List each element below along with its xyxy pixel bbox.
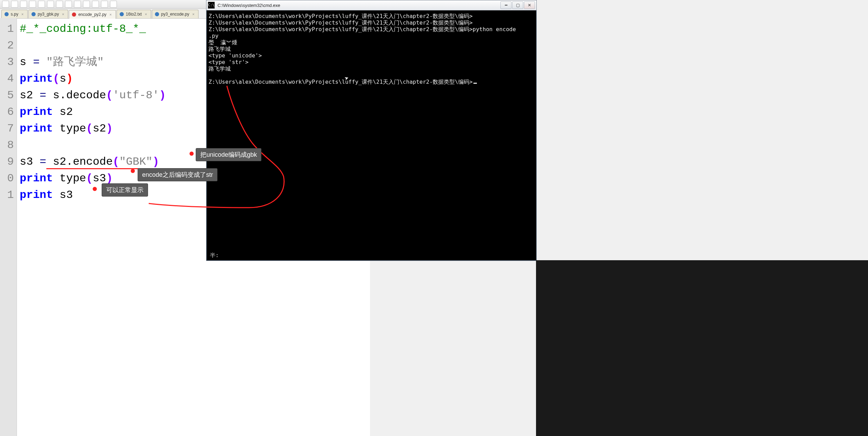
file-icon	[31, 12, 36, 16]
cmd-line: Z:\Users\alex\Documents\work\PyProjects\…	[209, 13, 473, 19]
code-token: s.decode	[46, 89, 106, 102]
line-number: 4	[0, 71, 17, 87]
line-number: 9	[0, 154, 17, 170]
window-buttons: ━ ▢ ✕	[500, 1, 535, 9]
line-number: 8	[0, 137, 17, 154]
tab-s-py[interactable]: s.py ×	[1, 10, 28, 18]
code-token: print	[20, 189, 53, 201]
code-token: s2.encode	[46, 155, 113, 169]
cmd-icon: C:\	[208, 2, 215, 9]
background-strip	[536, 260, 868, 436]
tab-close-icon[interactable]: ×	[61, 12, 65, 16]
line-number: 1	[0, 21, 17, 37]
cmd-line: 路飞学城	[209, 46, 231, 52]
code-token: =	[40, 155, 46, 168]
cmd-titlebar[interactable]: C:\ C:\Windows\system32\cmd.exe ━ ▢ ✕	[206, 0, 536, 10]
cmd-line: <type 'unicode'>	[209, 52, 262, 59]
line-number: 3	[0, 54, 17, 71]
code-token: s	[20, 56, 33, 69]
tab-16to2[interactable]: 16to2.txt ×	[117, 10, 151, 18]
code-token: (	[106, 89, 113, 102]
cmd-cursor	[473, 83, 477, 84]
tab-label: 16to2.txt	[126, 12, 142, 17]
code-token: 'utf-8'	[113, 89, 159, 102]
tab-py3-gbk[interactable]: py3_gbk.py ×	[28, 10, 68, 18]
cmd-line: Z:\Users\alex\Documents\work\PyProjects\…	[209, 79, 473, 85]
file-icon	[4, 12, 9, 16]
cmd-title: C:\Windows\system32\cmd.exe	[218, 3, 498, 8]
toolbar-button[interactable]	[2, 1, 9, 8]
code-token: print	[20, 72, 53, 85]
code-token: s3	[20, 155, 40, 168]
code-token: =	[40, 89, 46, 102]
code-token: (	[53, 72, 59, 85]
toolbar-button[interactable]	[74, 1, 81, 8]
minimize-button[interactable]: ━	[500, 1, 511, 9]
annotation-dot	[131, 169, 135, 173]
annotation-callout-3: 可以正常显示	[102, 183, 148, 197]
code-token: )	[153, 155, 159, 169]
cmd-window[interactable]: C:\ C:\Windows\system32\cmd.exe ━ ▢ ✕ Z:…	[206, 0, 537, 261]
toolbar-button[interactable]	[92, 1, 99, 8]
close-button[interactable]: ✕	[524, 1, 535, 9]
tab-close-icon[interactable]: ×	[20, 12, 25, 16]
code-token: print	[20, 172, 53, 185]
line-number-gutter: 1 2 3 4 5 6 7 8 9 0 1	[0, 18, 17, 436]
file-icon	[120, 12, 124, 16]
file-icon	[155, 12, 159, 16]
code-token: (	[86, 172, 93, 185]
code-token: "路飞学城"	[40, 56, 104, 69]
cmd-line: 路飞学城	[209, 65, 231, 72]
toolbar-button[interactable]	[56, 1, 63, 8]
code-token: =	[33, 56, 39, 69]
cmd-line: 璺 瀛︾煄	[209, 39, 237, 46]
code-token: (	[113, 155, 119, 169]
line-number: 6	[0, 104, 17, 120]
code-token: s2	[20, 89, 40, 102]
code-token: print	[20, 106, 53, 118]
annotation-callout-2: encode之后编码变成了str	[138, 168, 218, 181]
toolbar-button[interactable]	[20, 1, 27, 8]
tab-close-icon[interactable]: ×	[191, 12, 195, 16]
tab-label: py3_encode.py	[161, 12, 189, 17]
toolbar-button[interactable]	[110, 1, 117, 8]
tab-py3-encode[interactable]: py3_encode.py ×	[152, 10, 198, 18]
tab-label: py3_gbk.py	[38, 12, 59, 17]
line-number: 5	[0, 87, 17, 104]
toolbar-button[interactable]	[29, 1, 36, 8]
code-token: s2	[53, 106, 73, 118]
toolbar-button[interactable]	[47, 1, 54, 8]
code-token: s	[59, 72, 66, 85]
tab-encode-py2[interactable]: encode_py2.py ×	[69, 10, 116, 19]
toolbar-button[interactable]	[101, 1, 108, 8]
ime-status: 半:	[210, 252, 219, 258]
tab-close-icon[interactable]: ×	[144, 12, 148, 16]
annotation-dot	[190, 152, 194, 156]
cmd-line: .py	[209, 33, 219, 39]
code-token: "GBK"	[119, 155, 153, 169]
tab-label: s.py	[11, 12, 18, 17]
toolbar-button[interactable]	[11, 1, 18, 8]
code-token: )	[159, 89, 166, 102]
code-token: print	[20, 122, 53, 135]
cmd-line: Z:\Users\alex\Documents\work\PyProjects\…	[209, 19, 473, 26]
cmd-body[interactable]: Z:\Users\alex\Documents\work\PyProjects\…	[207, 11, 536, 260]
cmd-line: <type 'str'>	[209, 59, 249, 65]
toolbar-button[interactable]	[65, 1, 72, 8]
cmd-line: Z:\Users\alex\Documents\work\PyProjects\…	[209, 26, 516, 33]
code-token: )	[66, 72, 73, 85]
line-number: 7	[0, 120, 17, 137]
line-number: 0	[0, 170, 17, 187]
code-token: )	[106, 172, 113, 185]
code-token: type	[53, 172, 86, 185]
file-icon	[72, 12, 76, 17]
maximize-button[interactable]: ▢	[512, 1, 523, 9]
code-token: s3	[53, 189, 73, 201]
line-number: 2	[0, 37, 17, 54]
toolbar-button[interactable]	[83, 1, 90, 8]
code-token: #_*_coding:utf-8_*_	[20, 22, 146, 35]
annotation-callout-1: 把unicode编码成gbk	[196, 148, 261, 161]
tab-close-icon[interactable]: ×	[109, 12, 113, 17]
toolbar-button[interactable]	[38, 1, 45, 8]
annotation-dot	[93, 187, 97, 191]
